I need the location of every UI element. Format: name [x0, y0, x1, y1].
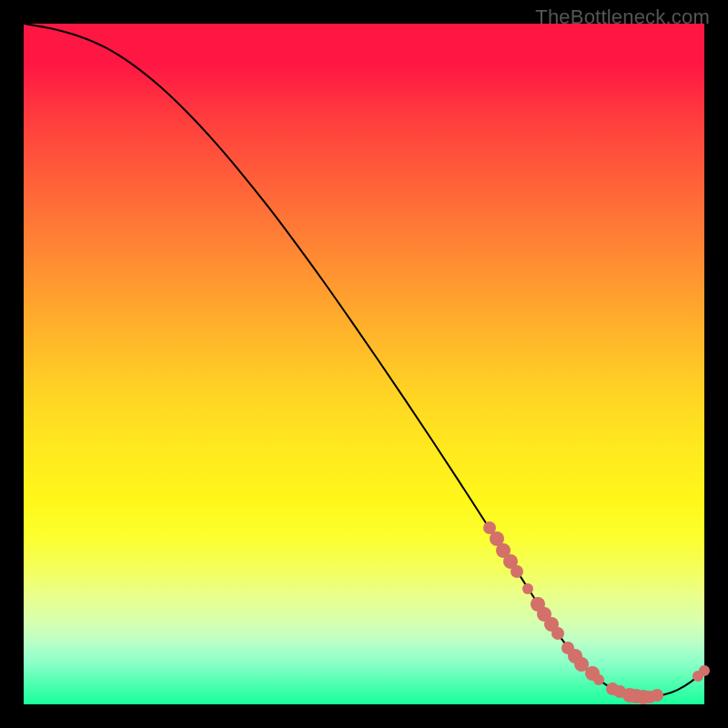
gradient-background	[24, 24, 704, 704]
chart-stage: TheBottleneck.com	[0, 0, 728, 728]
plot-area	[24, 24, 704, 704]
